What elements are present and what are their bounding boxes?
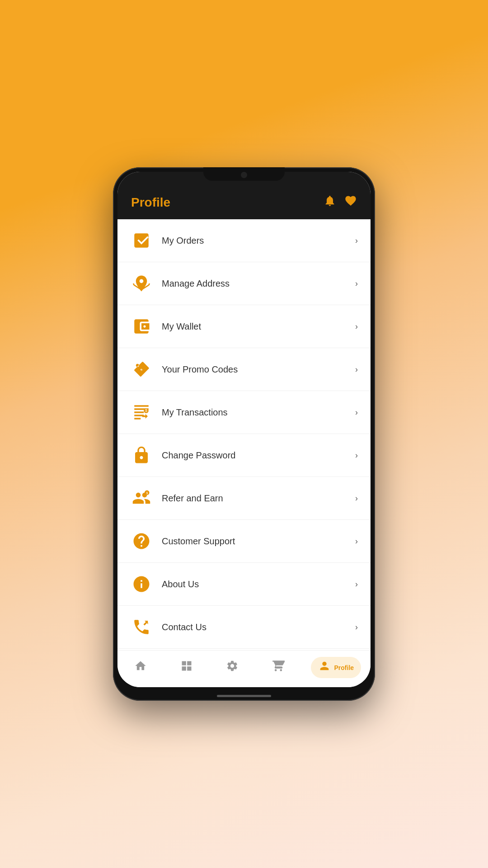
orders-label: My Orders [162,236,346,246]
about-icon [130,573,153,595]
phone-frame: Profile [113,167,375,701]
phone-camera [241,172,247,178]
transactions-icon: $ [130,401,153,424]
promo-icon: % [130,358,153,381]
contact-icon [130,616,153,638]
home-icon [134,660,147,675]
address-arrow: › [355,279,358,288]
nav-profile[interactable]: Profile [311,657,361,678]
menu-item-promo-codes[interactable]: % Your Promo Codes › [117,348,371,391]
svg-point-0 [137,236,140,239]
bottom-navigation: Profile [117,650,371,687]
menu-item-my-transactions[interactable]: $ My Transactions › [117,391,371,434]
profile-nav-label: Profile [334,664,354,671]
contact-arrow: › [355,623,358,632]
svg-text:$: $ [145,408,147,413]
menu-item-manage-address[interactable]: Manage Address › [117,262,371,305]
home-indicator [217,695,271,697]
menu-item-my-orders[interactable]: My Orders › [117,219,371,262]
orders-arrow: › [355,236,358,245]
nav-categories[interactable] [173,657,200,678]
refer-icon: $ [130,487,153,509]
support-icon [130,530,153,552]
transactions-arrow: › [355,408,358,417]
support-arrow: › [355,537,358,546]
address-icon [130,272,153,295]
page-title: Profile [131,195,170,210]
phone-screen: Profile [117,172,371,687]
menu-item-customer-support[interactable]: Customer Support › [117,520,371,563]
transactions-label: My Transactions [162,407,346,418]
address-label: Manage Address [162,278,346,289]
refer-label: Refer and Earn [162,493,346,504]
wallet-icon [130,315,153,338]
settings-icon [226,660,239,675]
menu-item-my-wallet[interactable]: My Wallet › [117,305,371,348]
menu-item-about-us[interactable]: About Us › [117,563,371,606]
menu-list: My Orders › Manage Address › [117,219,371,650]
nav-settings[interactable] [219,657,246,678]
menu-item-contact-us[interactable]: Contact Us › [117,606,371,649]
bell-icon[interactable] [324,194,336,210]
svg-text:%: % [140,367,145,374]
grid-icon [180,660,193,675]
menu-item-refer-earn[interactable]: $ Refer and Earn › [117,477,371,520]
contact-label: Contact Us [162,622,346,632]
password-label: Change Password [162,450,346,461]
support-label: Customer Support [162,536,346,547]
refer-arrow: › [355,494,358,503]
svg-text:$: $ [146,491,148,495]
about-label: About Us [162,579,346,590]
header-actions [324,194,357,210]
heart-icon[interactable] [344,194,357,210]
promo-label: Your Promo Codes [162,364,346,375]
cart-icon [272,660,285,675]
about-arrow: › [355,580,358,589]
profile-nav-icon [318,660,331,675]
wallet-arrow: › [355,322,358,331]
menu-item-change-password[interactable]: Change Password › [117,434,371,477]
nav-home[interactable] [127,657,154,678]
password-icon [130,444,153,467]
nav-cart[interactable] [265,657,292,678]
orders-icon [130,229,153,252]
promo-arrow: › [355,365,358,374]
password-arrow: › [355,451,358,460]
wallet-label: My Wallet [162,321,346,332]
